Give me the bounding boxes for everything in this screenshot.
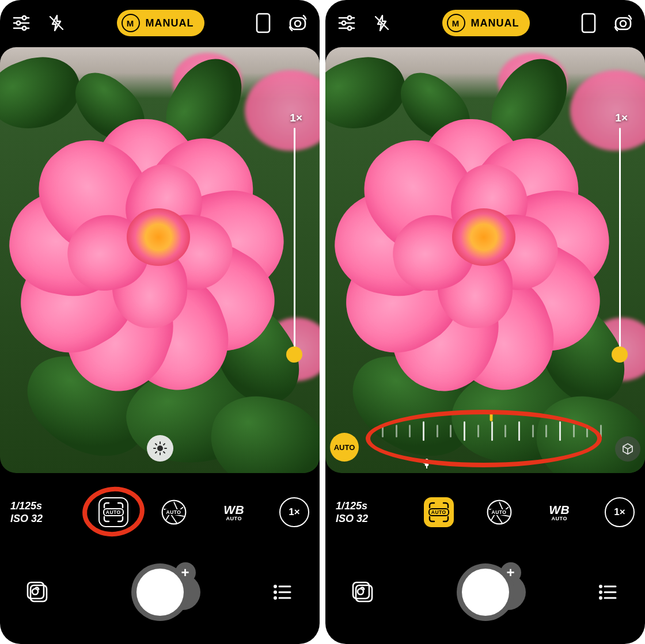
viewfinder[interactable]: 1×: [0, 47, 320, 473]
svg-point-27: [275, 597, 276, 599]
iso-value: ISO 32: [10, 512, 68, 525]
wb-auto-label: AUTO: [226, 516, 242, 521]
svg-rect-38: [616, 18, 631, 29]
white-balance-control-button[interactable]: WB AUTO: [219, 497, 249, 527]
svg-line-19: [155, 452, 157, 453]
shutter-speed-control-button[interactable]: AUTO: [159, 497, 189, 527]
wb-label: WB: [223, 504, 244, 516]
camera-screen-left: M MANUAL: [0, 0, 320, 644]
exposure-readout: 1/125s ISO 32: [336, 500, 393, 525]
shutter-button[interactable]: [131, 563, 189, 621]
top-bar: M MANUAL: [325, 0, 645, 46]
settings-sliders-icon[interactable]: [337, 13, 356, 33]
mode-selector[interactable]: M MANUAL: [442, 10, 530, 36]
zoom-slider-handle[interactable]: [286, 346, 302, 363]
aspect-ratio-icon[interactable]: [255, 12, 271, 34]
subject-flower: [26, 102, 268, 332]
svg-line-16: [155, 444, 157, 445]
svg-point-10: [295, 21, 301, 26]
top-bar: M MANUAL: [0, 0, 320, 46]
mode-selector[interactable]: M MANUAL: [117, 10, 204, 36]
lens-zoom-label: 1×: [289, 506, 299, 518]
aspect-ratio-icon[interactable]: [580, 12, 597, 34]
camera-screen-right: M MANUAL: [325, 0, 645, 644]
macro-flower-icon: [420, 457, 433, 470]
exposure-readout: 1/125s ISO 32: [10, 500, 68, 525]
manual-controls-row: 1/125s ISO 32 AUTO AUTO WB AUTO: [325, 481, 645, 544]
svg-point-32: [342, 21, 346, 25]
svg-point-25: [275, 592, 276, 593]
zoom-slider-track[interactable]: [294, 128, 295, 358]
exposure-compensation-button[interactable]: [147, 435, 173, 462]
shutter-speed-control-button[interactable]: AUTO: [484, 497, 514, 527]
svg-point-39: [620, 21, 626, 26]
flash-off-icon[interactable]: [373, 14, 391, 32]
settings-sliders-icon[interactable]: [12, 13, 31, 33]
menu-list-button[interactable]: [593, 578, 622, 607]
svg-line-18: [164, 444, 165, 445]
focus-control-button[interactable]: AUTO: [424, 497, 454, 527]
svg-point-23: [275, 586, 276, 588]
zoom-slider-handle[interactable]: [612, 346, 628, 363]
svg-rect-37: [582, 14, 595, 32]
mode-label: MANUAL: [471, 17, 519, 29]
iso-value: ISO 32: [336, 512, 393, 525]
zoom-indicator: 1×: [615, 112, 628, 124]
wb-label: WB: [549, 504, 570, 516]
svg-line-17: [164, 452, 165, 453]
shutter-auto-label: AUTO: [491, 509, 508, 515]
svg-rect-40: [426, 466, 427, 468]
svg-point-11: [158, 446, 162, 451]
lens-zoom-button[interactable]: 1×: [605, 497, 635, 527]
viewfinder[interactable]: 1× AUTO: [325, 47, 645, 473]
lens-zoom-button[interactable]: 1×: [279, 497, 309, 527]
shutter-speed-value: 1/125s: [336, 500, 393, 513]
flash-off-icon[interactable]: [47, 14, 66, 32]
svg-point-3: [17, 21, 20, 25]
subject-flower: [351, 102, 593, 332]
mode-badge: M: [122, 14, 140, 32]
svg-point-5: [22, 26, 26, 30]
focus-auto-badge[interactable]: AUTO: [330, 433, 359, 462]
white-balance-control-button[interactable]: WB AUTO: [544, 497, 574, 527]
shutter-row: +: [325, 552, 645, 632]
zoom-indicator: 1×: [290, 112, 302, 124]
camera-switch-icon[interactable]: [613, 13, 633, 33]
manual-controls-row: 1/125s ISO 32 AUTO AUTO: [0, 481, 320, 544]
focus-control-button[interactable]: AUTO: [98, 497, 128, 527]
shutter-button[interactable]: [457, 563, 514, 621]
shutter-speed-value: 1/125s: [10, 500, 68, 513]
svg-point-46: [600, 592, 602, 593]
zoom-slider-track[interactable]: [619, 128, 621, 358]
wb-auto-label: AUTO: [552, 516, 567, 521]
gallery-button[interactable]: [348, 578, 377, 607]
svg-point-1: [22, 16, 26, 20]
gallery-button[interactable]: [23, 578, 52, 607]
focus-dial[interactable]: [377, 421, 605, 450]
mode-badge: M: [447, 14, 465, 32]
mode-label: MANUAL: [146, 17, 194, 29]
focus-dial-marker: [490, 413, 492, 421]
camera-switch-icon[interactable]: [287, 13, 308, 33]
format-cube-icon[interactable]: [615, 436, 640, 462]
shutter-auto-label: AUTO: [165, 509, 183, 515]
svg-point-48: [600, 597, 602, 599]
svg-point-34: [348, 26, 351, 30]
lens-zoom-label: 1×: [614, 506, 625, 518]
shutter-row: +: [0, 552, 320, 632]
svg-rect-9: [290, 18, 305, 29]
svg-rect-8: [257, 14, 270, 32]
svg-point-44: [600, 586, 602, 588]
menu-list-button[interactable]: [268, 578, 297, 607]
svg-point-30: [348, 16, 351, 20]
